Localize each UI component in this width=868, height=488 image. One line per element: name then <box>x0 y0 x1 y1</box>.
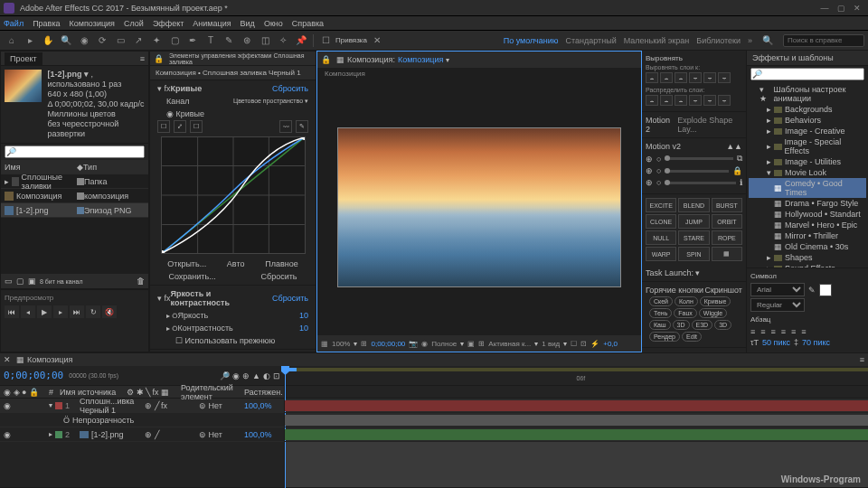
mute-icon[interactable]: 🔇 <box>102 305 117 318</box>
tool-excite[interactable]: EXCITE <box>646 198 676 212</box>
snapshot-icon[interactable]: 📷 <box>409 340 418 348</box>
last-frame-icon[interactable]: ⏭ <box>70 305 84 318</box>
align-left-icon[interactable]: ⫠ <box>646 72 658 83</box>
tool-spin[interactable]: SPIN <box>678 247 709 261</box>
eyedropper-icon[interactable]: ✎ <box>808 286 816 295</box>
tree-folder[interactable]: ▸Behaviors <box>749 115 866 126</box>
pill-button[interactable]: Тень <box>649 308 672 318</box>
lock-icon[interactable]: 🔒 <box>154 54 164 63</box>
tree-folder[interactable]: ▸Image - Utilities <box>749 156 866 167</box>
roi-icon[interactable]: ▣ <box>467 340 475 348</box>
fx-controls-tab[interactable]: Элементы управления эффектами Сплошная з… <box>164 51 312 67</box>
res-icon[interactable]: ⊞ <box>361 340 367 348</box>
align-right-icon[interactable]: ≡ <box>771 327 776 336</box>
camera-tool-icon[interactable]: ▭ <box>112 33 128 48</box>
pen-tool-icon[interactable]: ✒ <box>184 33 201 48</box>
time-display[interactable]: 0;00;00;00 <box>371 340 405 348</box>
pill-button[interactable]: Faux <box>674 308 697 318</box>
tl-tool-icon[interactable]: ⊕ <box>242 371 250 380</box>
prev-frame-icon[interactable]: ◂ <box>21 305 35 318</box>
3d-icon[interactable]: ☐ <box>571 340 577 348</box>
fill-swatch[interactable] <box>819 284 832 296</box>
project-tab[interactable]: Проект <box>5 52 42 65</box>
pill-button[interactable]: Скей <box>649 296 673 306</box>
home-icon[interactable]: ⌂ <box>4 33 20 48</box>
fxlib-tab[interactable]: Эффекты и шаблоны <box>747 51 868 66</box>
motion-tab[interactable]: Motion 2 <box>646 116 672 134</box>
clone-tool-icon[interactable]: ⊛ <box>239 33 255 48</box>
bit-depth[interactable]: 8 бит на канал <box>40 278 133 285</box>
lock-icon[interactable]: 🔒 <box>732 166 742 175</box>
menu-composition[interactable]: Композиция <box>70 19 115 28</box>
timeline-tab[interactable]: ▦Композиция <box>11 353 78 366</box>
pill-button[interactable]: Wiggle <box>699 308 727 318</box>
brightness-header[interactable]: Яркость и контрастность <box>171 289 272 307</box>
menu-effect[interactable]: Эффект <box>153 19 184 28</box>
align-vcenter-icon[interactable]: ⫟ <box>703 72 716 83</box>
legacy-checkbox[interactable]: ☐ Использовать прежнюю <box>175 336 275 345</box>
menu-animation[interactable]: Анимация <box>193 19 231 28</box>
justify-icon[interactable]: ≡ <box>791 327 796 336</box>
curves-editor[interactable] <box>161 136 306 254</box>
help-search-input[interactable] <box>783 34 864 47</box>
workspace-more-icon[interactable]: » <box>748 36 752 45</box>
eraser-tool-icon[interactable]: ◫ <box>257 33 273 48</box>
save-button[interactable]: Сохранить... <box>168 272 215 281</box>
font-size[interactable]: 50 пикс <box>762 338 790 347</box>
align-hcenter-icon[interactable]: ⫠ <box>660 72 673 83</box>
screenshot-label[interactable]: Скриншот <box>704 286 742 295</box>
justify-icon[interactable]: ≡ <box>781 327 786 336</box>
fx-toggle-icon[interactable]: ▾ fx <box>157 84 171 93</box>
puppet-tool-icon[interactable]: 📌 <box>293 33 309 48</box>
col-type[interactable]: Тип <box>83 163 145 172</box>
search-icon[interactable]: 🔍 <box>760 33 776 48</box>
tree-preset[interactable]: ▦ Old Cinema • 30s <box>749 241 866 252</box>
pixel-icon[interactable]: ⊡ <box>580 340 587 348</box>
workspace-standard[interactable]: Стандартный <box>566 36 617 45</box>
tree-folder[interactable]: ▸Backgrounds <box>749 104 866 115</box>
menu-help[interactable]: Справка <box>292 19 324 28</box>
interpret-icon[interactable]: ▭ <box>5 277 13 286</box>
tree-folder[interactable]: ▸Image - Creative <box>749 126 866 136</box>
explode-tab[interactable]: Explode Shape Lay... <box>677 116 742 134</box>
tool-grid[interactable]: ▦ <box>712 247 742 261</box>
tool-null[interactable]: NULL <box>646 230 676 245</box>
asset-thumbnail[interactable] <box>5 70 42 102</box>
pill-button[interactable]: 3D <box>673 320 690 330</box>
open-button[interactable]: Открыть... <box>167 259 206 268</box>
text-tool-icon[interactable]: T <box>203 33 219 48</box>
timeline-layer[interactable]: ◉ ▾1Сплошн...ивка Черный 1⊕ ╱ fx⊚ Нет100… <box>0 399 284 413</box>
weight-dropdown[interactable]: Regular <box>750 298 805 312</box>
curve-graph-icon[interactable]: ⤢ <box>174 120 186 133</box>
curves-header[interactable]: Кривые <box>171 84 272 93</box>
alpha-icon[interactable]: ▦ <box>321 340 328 348</box>
pill-button[interactable]: Кривые <box>700 296 731 306</box>
zoom-dropdown[interactable]: 100% <box>332 340 350 348</box>
active-cam[interactable]: Активная к... <box>488 340 531 348</box>
tool-clone[interactable]: CLONE <box>646 214 676 229</box>
project-item[interactable]: ▸Сплошные заливкиПапка <box>1 174 148 189</box>
timeline-layer[interactable]: ◉ ▸2[1-2].png⊕ ╱⊚ Нет100,0% <box>0 427 284 442</box>
dist-icon[interactable]: ⫟ <box>689 95 702 106</box>
orbit-tool-icon[interactable]: ◉ <box>76 33 92 48</box>
search-icon[interactable]: 🔎 <box>220 371 230 380</box>
workspace-default[interactable]: По умолчанию <box>504 36 559 45</box>
comp-preview-image[interactable] <box>337 127 622 287</box>
slider[interactable] <box>665 182 736 184</box>
dist-icon[interactable]: ⫠ <box>675 95 687 106</box>
curves-radio[interactable]: ◉ Кривые <box>166 109 204 118</box>
tree-preset[interactable]: ▦ Marvel • Hero • Epic <box>749 220 866 230</box>
tree-preset[interactable]: ▦ Mirror • Thriller <box>749 230 866 241</box>
hand-tool-icon[interactable]: ✋ <box>40 33 56 48</box>
close-button[interactable]: ✕ <box>850 3 864 14</box>
menu-layer[interactable]: Слой <box>124 19 144 28</box>
channel-icon[interactable]: ◉ <box>421 340 428 348</box>
reset-button[interactable]: Сбросить <box>272 294 308 303</box>
loop-icon[interactable]: ↻ <box>86 305 100 318</box>
reset-button[interactable]: Сбросить <box>272 84 308 93</box>
new-folder-icon[interactable]: ▢ <box>16 277 24 286</box>
workspace-small[interactable]: Маленький экран <box>624 36 690 45</box>
dist-icon[interactable]: ⫟ <box>703 95 716 106</box>
tree-folder[interactable]: ▾Movie Look <box>749 167 866 178</box>
tool-blend[interactable]: BLEND <box>678 198 709 212</box>
